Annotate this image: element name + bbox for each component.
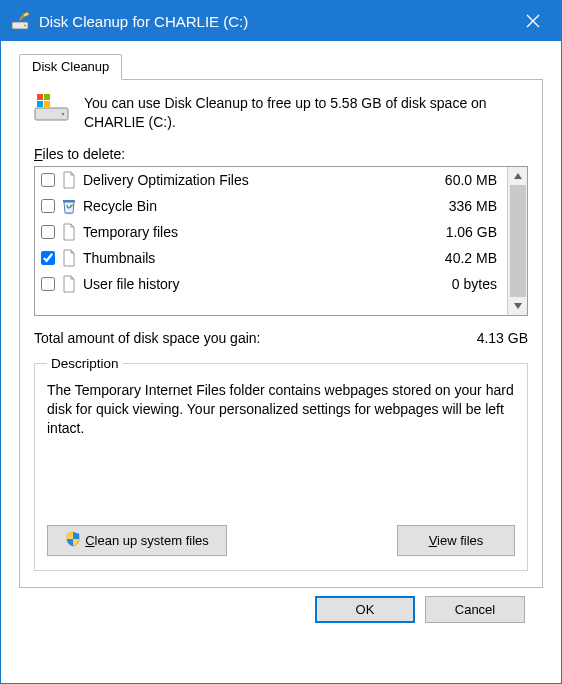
list-item[interactable]: User file history0 bytes xyxy=(35,271,507,297)
shield-icon xyxy=(65,531,81,550)
button-label: Clean up system files xyxy=(85,533,209,548)
item-checkbox[interactable] xyxy=(41,199,55,213)
list-item[interactable]: Thumbnails40.2 MB xyxy=(35,245,507,271)
svg-rect-6 xyxy=(37,101,43,107)
clean-up-system-files-button[interactable]: Clean up system files xyxy=(47,525,227,556)
ok-button[interactable]: OK xyxy=(315,596,415,623)
disk-cleanup-window: Disk Cleanup for CHARLIE (C:) Disk Clean… xyxy=(0,0,562,684)
svg-point-1 xyxy=(24,25,26,27)
list-item[interactable]: Recycle Bin336 MB xyxy=(35,193,507,219)
file-page-icon xyxy=(61,274,77,294)
item-size: 336 MB xyxy=(421,198,501,214)
svg-rect-8 xyxy=(63,200,75,202)
button-label: View files xyxy=(429,533,484,548)
tabstrip: Disk Cleanup xyxy=(19,54,543,80)
titlebar: Disk Cleanup for CHARLIE (C:) xyxy=(1,1,561,41)
tabpanel: You can use Disk Cleanup to free up to 5… xyxy=(19,79,543,588)
scrollbar[interactable] xyxy=(507,167,527,315)
list-item[interactable]: Temporary files1.06 GB xyxy=(35,219,507,245)
item-name: Thumbnails xyxy=(83,250,415,266)
item-checkbox[interactable] xyxy=(41,173,55,187)
client-area: Disk Cleanup You can u xyxy=(1,41,561,683)
file-page-icon xyxy=(61,248,77,268)
recycle-bin-icon xyxy=(61,196,77,216)
tab-disk-cleanup[interactable]: Disk Cleanup xyxy=(19,54,122,80)
item-checkbox[interactable] xyxy=(41,277,55,291)
scroll-thumb[interactable] xyxy=(510,185,526,297)
drive-windows-icon xyxy=(34,94,70,132)
list-item[interactable]: Delivery Optimization Files60.0 MB xyxy=(35,167,507,193)
description-group: Description The Temporary Internet Files… xyxy=(34,356,528,571)
file-page-icon xyxy=(61,222,77,242)
svg-rect-5 xyxy=(44,94,50,100)
item-checkbox[interactable] xyxy=(41,225,55,239)
cancel-button[interactable]: Cancel xyxy=(425,596,525,623)
item-checkbox[interactable] xyxy=(41,251,55,265)
view-files-button[interactable]: View files xyxy=(397,525,515,556)
drive-brush-icon xyxy=(11,11,31,31)
description-legend: Description xyxy=(47,356,123,371)
item-name: User file history xyxy=(83,276,415,292)
window-title: Disk Cleanup for CHARLIE (C:) xyxy=(39,13,513,30)
close-button[interactable] xyxy=(513,1,553,41)
scroll-down-icon[interactable] xyxy=(511,299,525,313)
item-name: Recycle Bin xyxy=(83,198,415,214)
scroll-up-icon[interactable] xyxy=(511,169,525,183)
item-name: Delivery Optimization Files xyxy=(83,172,415,188)
intro-text: You can use Disk Cleanup to free up to 5… xyxy=(84,94,528,132)
item-size: 0 bytes xyxy=(421,276,501,292)
svg-rect-7 xyxy=(44,101,50,107)
item-size: 60.0 MB xyxy=(421,172,501,188)
item-size: 40.2 MB xyxy=(421,250,501,266)
svg-rect-4 xyxy=(37,94,43,100)
files-to-delete-label: Files to delete: xyxy=(34,146,528,162)
total-label: Total amount of disk space you gain: xyxy=(34,330,260,346)
svg-point-3 xyxy=(62,113,64,115)
item-size: 1.06 GB xyxy=(421,224,501,240)
files-listbox[interactable]: Delivery Optimization Files60.0 MBRecycl… xyxy=(34,166,528,316)
item-name: Temporary files xyxy=(83,224,415,240)
total-value: 4.13 GB xyxy=(477,330,528,346)
description-text: The Temporary Internet Files folder cont… xyxy=(47,381,515,511)
file-page-icon xyxy=(61,170,77,190)
dialog-footer: OK Cancel xyxy=(19,588,543,623)
